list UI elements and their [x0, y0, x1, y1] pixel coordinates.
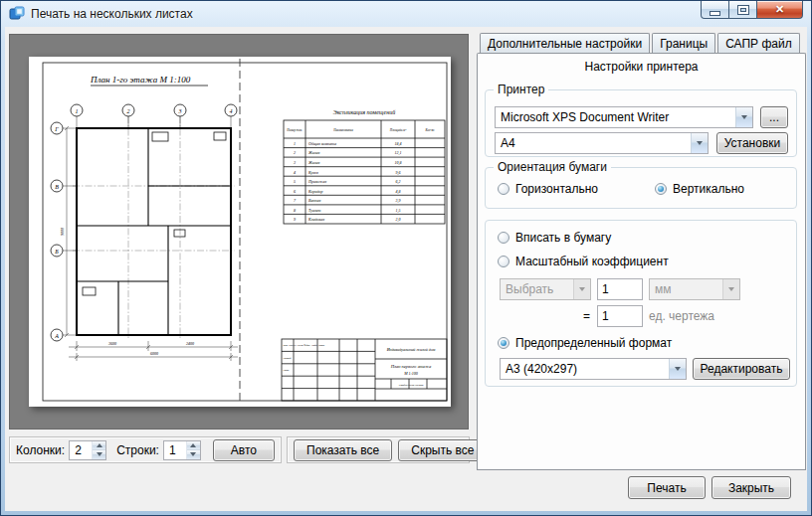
chevron-down-icon [741, 115, 747, 119]
print-preview[interactable]: План 1-го этажа М 1:100 [9, 34, 469, 430]
spin-down-icon [97, 452, 102, 456]
radio-predefined-format[interactable]: Предопределенный формат [498, 336, 672, 350]
tab-printer-settings[interactable]: Настройки принтера [477, 53, 806, 79]
format-select[interactable]: A3 (420x297) [500, 358, 687, 380]
minimize-button[interactable] [701, 1, 729, 19]
printer-groupbox: Принтер Microsoft XPS Document Writer ..… [485, 89, 797, 157]
orientation-groupbox: Ориентация бумаги Горизонтально Вертикал… [485, 167, 797, 209]
stamp-object: Индивидуальный жилой дом [386, 347, 436, 352]
dropdown-icon[interactable] [669, 359, 686, 379]
stamp-sheet-title: План первого этажа [390, 364, 432, 369]
columns-up-button[interactable] [93, 441, 105, 450]
stamp-text: Пров. [283, 369, 291, 372]
radio-vertical[interactable]: Вертикально [655, 182, 744, 196]
chevron-down-icon [579, 287, 585, 291]
tab-bar: Дополнительные настройки Границы САПР фа… [480, 32, 806, 54]
room-schedule-cell: 8 [294, 208, 296, 213]
drawing-units-label: ед. чертежа [649, 309, 714, 323]
table-header: Кол-во [425, 128, 435, 132]
room-schedule-cell: 10,8 [395, 160, 402, 166]
printer-browse-button[interactable]: ... [760, 106, 788, 128]
room-schedule-cell: 2 [294, 150, 296, 155]
scale-unit-value: мм [650, 282, 722, 296]
room-schedule-cell: 7 [294, 198, 297, 203]
paper-size-select[interactable]: A4 [495, 132, 709, 154]
rows-up-button[interactable] [187, 441, 200, 450]
hide-all-button[interactable]: Скрыть все [398, 439, 487, 461]
show-hide-panel: Показать все Скрыть все [287, 436, 470, 463]
preview-paper[interactable]: План 1-го этажа М 1:100 [29, 57, 451, 407]
axis-label: В [55, 184, 59, 190]
dialog-client-area: План 1-го этажа М 1:100 [5, 27, 807, 511]
radio-scale-label: Масштабный коэффициент [515, 255, 669, 268]
scale-mm-input[interactable] [597, 278, 643, 300]
room-schedule-rows: 1Общая комната18,42Жилая12,13Жилая10,84К… [294, 141, 402, 223]
dropdown-icon[interactable] [735, 107, 752, 127]
axis-label: Г [54, 126, 59, 132]
rows-value: 1 [164, 441, 186, 459]
radio-scale-factor[interactable]: Масштабный коэффициент [498, 255, 669, 268]
radio-horizontal-circle [498, 183, 509, 195]
grid-controls-panel: Колонки: 2 Строки: 1 Авто [9, 436, 282, 463]
columns-spinner[interactable]: 2 [69, 440, 106, 460]
radio-horizontal-label: Горизонтально [515, 182, 598, 196]
dimension-text: 9000 [60, 228, 65, 236]
show-all-button[interactable]: Показать все [294, 439, 392, 461]
tab-cad-file[interactable]: САПР файл [717, 33, 800, 54]
dimension-text: 6000 [150, 351, 158, 356]
room-schedule-cell: Жилая [307, 160, 319, 165]
close-button[interactable]: ✕ [757, 1, 803, 19]
spin-up-icon [97, 443, 102, 447]
printer-setup-button[interactable]: Установки [716, 132, 788, 154]
tab-borders[interactable]: Границы [652, 33, 715, 54]
radio-fit-to-paper[interactable]: Вписать в бумагу [498, 231, 611, 245]
table-header: Площадь м² [389, 128, 406, 132]
window-controls: ✕ [701, 1, 803, 19]
room-schedule-cell: 18,4 [395, 141, 402, 147]
axis-label: 2 [127, 108, 130, 114]
room-schedule-cell: Жилая [307, 150, 319, 155]
axis-label: 4 [230, 108, 233, 114]
radio-vertical-circle [655, 183, 667, 195]
columns-label: Колонки: [16, 443, 65, 457]
close-dialog-button[interactable]: Закрыть [711, 476, 791, 499]
radio-predefined-label: Предопределенный формат [515, 336, 672, 350]
room-schedule-cell: 1,5 [396, 208, 401, 214]
app-icon [9, 6, 25, 22]
room-schedule-cell: 2,0 [396, 217, 401, 223]
spin-up-icon [190, 443, 196, 447]
columns-down-button[interactable] [93, 449, 105, 459]
dropdown-icon [573, 279, 590, 299]
axis-label: 3 [178, 108, 182, 114]
radio-fit-label: Вписать в бумагу [515, 231, 611, 245]
room-schedule-cell: 12,1 [395, 150, 402, 156]
format-select-value: A3 (420x297) [501, 362, 669, 376]
scale-preset-select: Выбрать [500, 278, 591, 300]
rows-spinner[interactable]: 1 [163, 440, 201, 460]
auto-button[interactable]: Авто [213, 439, 275, 461]
room-schedule-cell: 1 [294, 141, 296, 146]
stamp-text: Изм. Кол.уч. Лист №док. Подп. Дата [283, 344, 325, 347]
chevron-down-icon [697, 141, 703, 145]
printer-select[interactable]: Microsoft XPS Document Writer [495, 106, 753, 128]
dropdown-icon[interactable] [691, 133, 708, 153]
stamp-text: Разраб. [283, 357, 293, 360]
titlebar[interactable]: Печать на нескольких листах ✕ [1, 1, 811, 27]
tab-additional-settings[interactable]: Дополнительные настройки [480, 33, 650, 54]
print-button[interactable]: Печать [628, 476, 706, 499]
maximize-button[interactable] [729, 1, 757, 19]
room-schedule-cell: Коридор [307, 189, 323, 194]
axis-label: 1 [76, 108, 79, 114]
radio-horizontal[interactable]: Горизонтально [498, 182, 598, 196]
edit-format-button[interactable]: Редактировать [693, 358, 790, 380]
spin-down-icon [190, 452, 196, 456]
columns-value: 2 [70, 441, 92, 459]
room-schedule-cell: 3 [294, 160, 296, 165]
rows-label: Строки: [116, 443, 159, 457]
scale-units-input[interactable] [597, 305, 643, 327]
room-schedule-cell: 3,9 [396, 198, 401, 204]
plan-title: План 1-го этажа М 1:100 [90, 75, 191, 85]
equals-label: = [583, 309, 590, 323]
scale-unit-select: мм [649, 278, 740, 300]
rows-down-button[interactable] [187, 449, 200, 459]
